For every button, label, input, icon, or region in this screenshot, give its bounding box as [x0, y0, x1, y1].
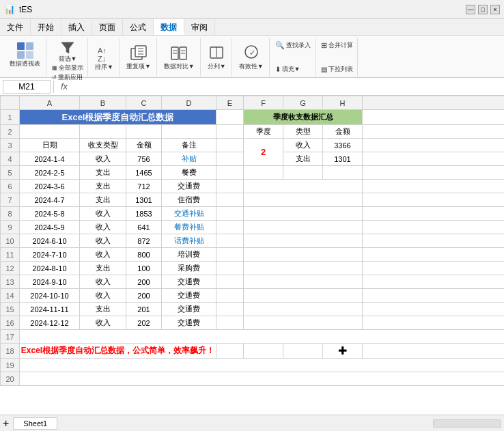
cell-D15[interactable]: 交通费 — [162, 303, 216, 316]
cell-C8[interactable]: 1853 — [126, 207, 162, 221]
search-entry-btn[interactable]: 🔍 查找录入 — [275, 38, 311, 50]
cell-A4[interactable]: 2024-1-4 — [20, 152, 80, 166]
cell-D16[interactable]: 交通费 — [162, 316, 216, 330]
cell-B7[interactable]: 支出 — [80, 193, 126, 207]
cell-H4[interactable]: 1301 — [323, 152, 363, 166]
cell-C5[interactable]: 1465 — [126, 166, 162, 180]
cell-F2[interactable]: 季度 — [244, 125, 283, 139]
cell-A16[interactable]: 2024-12-12 — [20, 316, 80, 330]
cell-C4[interactable]: 756 — [126, 152, 162, 166]
tab-insert[interactable]: 插入 — [61, 19, 92, 35]
cell-C10[interactable]: 872 — [126, 234, 162, 248]
cell-F3-merged[interactable]: 2 — [244, 139, 283, 166]
cell-B4[interactable]: 收入 — [80, 152, 126, 166]
cell-C3[interactable]: 金额 — [126, 139, 162, 152]
cell-A6[interactable]: 2024-3-6 — [20, 180, 80, 193]
tab-start[interactable]: 开始 — [31, 19, 61, 35]
maximize-btn[interactable]: □ — [478, 5, 488, 14]
cell-E3[interactable] — [216, 139, 244, 152]
cell-A2[interactable] — [20, 125, 80, 139]
cell-A14[interactable]: 2024-10-10 — [20, 289, 80, 303]
cell-A8[interactable]: 2024-5-8 — [20, 207, 80, 221]
filter-btn[interactable]: 筛选▼ — [59, 40, 77, 64]
col-header-G[interactable]: G — [283, 96, 323, 110]
col-header-A[interactable]: A — [20, 96, 80, 110]
sort-btn[interactable]: A↑ Z↓ 排序▼ — [95, 44, 113, 72]
cell-G5[interactable] — [283, 166, 323, 180]
formula-input[interactable] — [74, 80, 501, 94]
minimize-btn[interactable]: — — [466, 5, 475, 14]
cell-H3[interactable]: 3366 — [323, 139, 363, 152]
cell-C15[interactable]: 201 — [126, 303, 162, 316]
cell-E5[interactable] — [216, 166, 244, 180]
cell-C12[interactable]: 100 — [126, 262, 162, 275]
cell-E4[interactable] — [216, 152, 244, 166]
cell-A3[interactable]: 日期 — [20, 139, 80, 152]
col-header-E[interactable]: E — [216, 96, 244, 110]
show-all-btn[interactable]: ▦ 全部显示 — [52, 64, 83, 72]
cell-H18[interactable]: ✚ — [323, 344, 363, 359]
col-header-F[interactable]: F — [244, 96, 283, 110]
cell-B6[interactable]: 支出 — [80, 180, 126, 193]
cell-D6[interactable]: 交通费 — [162, 180, 216, 193]
close-btn[interactable]: × — [490, 5, 500, 14]
cell-B15[interactable]: 支出 — [80, 303, 126, 316]
cell-G2[interactable]: 类型 — [283, 125, 323, 139]
cell-A7[interactable]: 2024-4-7 — [20, 193, 80, 207]
cell-A10[interactable]: 2024-6-10 — [20, 234, 80, 248]
cell-E16[interactable] — [216, 316, 244, 330]
cell-B13[interactable]: 收入 — [80, 275, 126, 289]
cell-B9[interactable]: 收入 — [80, 221, 126, 234]
cell-B16[interactable]: 收入 — [80, 316, 126, 330]
horizontal-scrollbar[interactable] — [433, 419, 501, 428]
cell-D11[interactable]: 培训费 — [162, 248, 216, 262]
sheet-tab-add[interactable]: + — [3, 417, 9, 430]
cell-E12[interactable] — [216, 262, 244, 275]
cell-C13[interactable]: 200 — [126, 275, 162, 289]
col-header-B[interactable]: B — [80, 96, 126, 110]
cell-B14[interactable]: 收入 — [80, 289, 126, 303]
cell-E7[interactable] — [216, 193, 244, 207]
cell-A15[interactable]: 2024-11-11 — [20, 303, 80, 316]
cell-D9[interactable]: 餐费补贴 — [162, 221, 216, 234]
window-controls[interactable]: — □ × — [466, 5, 500, 14]
cell-B11[interactable]: 收入 — [80, 248, 126, 262]
tab-file[interactable]: 文件 — [0, 19, 31, 35]
col-header-D[interactable]: D — [162, 96, 216, 110]
cell-C16[interactable]: 202 — [126, 316, 162, 330]
cell-D14[interactable]: 交通费 — [162, 289, 216, 303]
cell-A13[interactable]: 2024-9-10 — [20, 275, 80, 289]
compare-btn[interactable]: 数据对比▼ — [164, 44, 195, 71]
cell-F1[interactable]: 季度收支数据汇总 — [244, 110, 363, 125]
cell-D7[interactable]: 住宿费 — [162, 193, 216, 207]
col-header-H[interactable]: H — [323, 96, 363, 110]
cell-B2[interactable] — [80, 125, 126, 139]
cell-D13[interactable]: 交通费 — [162, 275, 216, 289]
cell-A12[interactable]: 2024-8-10 — [20, 262, 80, 275]
cell-G3[interactable]: 收入 — [283, 139, 323, 152]
cell-E14[interactable] — [216, 289, 244, 303]
cell-D2[interactable] — [162, 125, 216, 139]
cell-C9[interactable]: 641 — [126, 221, 162, 234]
cell-E2[interactable] — [216, 125, 244, 139]
cell-D10[interactable]: 话费补贴 — [162, 234, 216, 248]
cell-B5[interactable]: 支出 — [80, 166, 126, 180]
col-header-C[interactable]: C — [126, 96, 162, 110]
merge-calc-btn[interactable]: ⊞ 合并计算 — [321, 38, 353, 50]
cell-E1[interactable] — [216, 110, 244, 125]
cell-D3[interactable]: 备注 — [162, 139, 216, 152]
cell-B10[interactable]: 收入 — [80, 234, 126, 248]
tab-review[interactable]: 审阅 — [184, 19, 215, 35]
cell-D12[interactable]: 采购费 — [162, 262, 216, 275]
cell-F5[interactable] — [244, 166, 283, 180]
cell-D5[interactable]: 餐费 — [162, 166, 216, 180]
valid-btn[interactable]: ✓ 有效性▼ — [239, 44, 264, 71]
cell-E11[interactable] — [216, 248, 244, 262]
cell-A11[interactable]: 2024-7-10 — [20, 248, 80, 262]
fill-btn[interactable]: ⬇ 填充▼ — [275, 65, 300, 77]
cell-ref-input[interactable] — [3, 80, 51, 94]
cell-B3[interactable]: 收支类型 — [80, 139, 126, 152]
tab-data[interactable]: 数据 — [154, 19, 184, 35]
cell-D8[interactable]: 交通补贴 — [162, 207, 216, 221]
pivot-btn[interactable]: 数据透视表 — [10, 38, 40, 68]
